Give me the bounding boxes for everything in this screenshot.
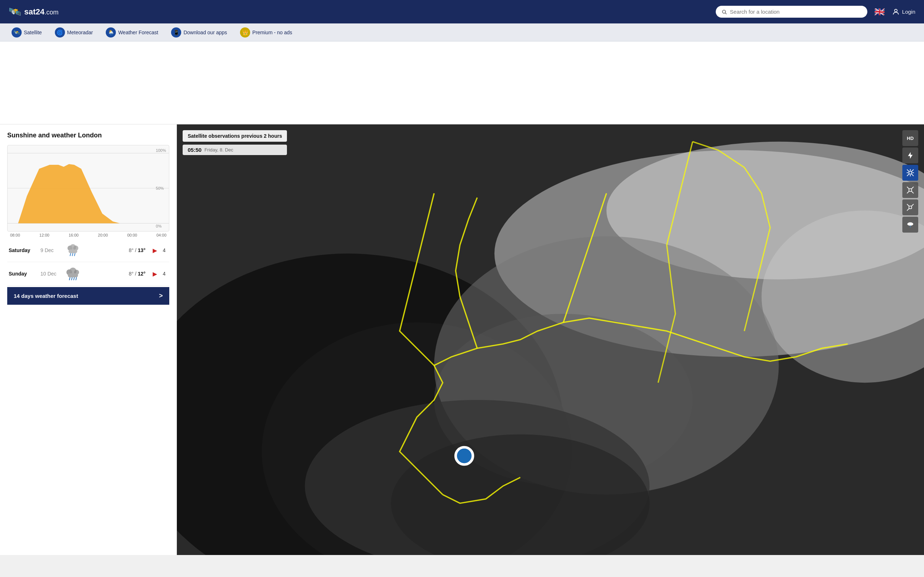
download-apps-nav-label: Download our apps (183, 29, 227, 35)
svg-line-47 (907, 204, 909, 206)
satellite-ir-button[interactable] (902, 182, 918, 198)
14-days-forecast-button[interactable]: 14 days weather forecast > (7, 287, 169, 305)
svg-point-51 (908, 222, 914, 226)
forecast-icon-saturday (65, 242, 81, 258)
satellite-rain-button[interactable] (902, 217, 918, 233)
site-logo[interactable]: 🛰️ sat24.com (9, 6, 58, 18)
svg-line-35 (907, 174, 909, 176)
forecast-icon-sunday (65, 266, 81, 282)
sidebar-item-weather-forecast[interactable]: 🌦️ Weather Forecast (100, 24, 164, 40)
svg-line-10 (70, 253, 71, 256)
search-bar[interactable] (716, 6, 867, 18)
svg-line-36 (912, 174, 914, 176)
sunshine-chart: 100% 50% 0% (7, 145, 169, 232)
forecast-temps-sunday: 8° / 12° (129, 271, 145, 277)
svg-line-12 (74, 253, 75, 256)
meteoradar-nav-label: Meteoradar (67, 29, 93, 35)
weather-forecast-nav-icon: 🌦️ (106, 27, 116, 37)
satellite-nav-label: Satellite (24, 29, 42, 35)
forecast-btn-arrow: > (159, 292, 163, 300)
left-panel: Sunshine and weather London 100% 50% 0% … (0, 124, 177, 555)
forecast-btn-label: 14 days weather forecast (14, 293, 78, 299)
wind-icon-sunday: ▶ (153, 271, 157, 277)
map-time: 05:50 (188, 147, 201, 153)
svg-marker-32 (908, 152, 913, 159)
svg-rect-16 (68, 273, 78, 277)
svg-rect-50 (909, 206, 911, 208)
svg-rect-46 (909, 189, 911, 191)
user-icon (892, 8, 900, 16)
svg-rect-37 (909, 171, 911, 174)
sidebar-item-satellite[interactable]: 🛰️ Satellite (6, 24, 48, 40)
svg-line-42 (907, 187, 909, 189)
svg-point-0 (723, 10, 726, 13)
satellite-map[interactable]: Satellite observations previous 2 hours … (177, 124, 924, 555)
hd-button[interactable]: HD (902, 130, 918, 146)
svg-line-34 (912, 169, 914, 172)
map-date: Friday, 8. Dec (204, 147, 233, 153)
svg-line-11 (72, 253, 73, 256)
navbar: 🛰️ Satellite 🌀 Meteoradar 🌦️ Weather For… (0, 23, 924, 42)
satellite-observations-badge: Satellite observations previous 2 hours (183, 130, 287, 142)
chart-y-labels: 100% 50% 0% (156, 145, 166, 231)
map-svg (177, 124, 924, 555)
wind-icon-saturday: ▶ (153, 247, 157, 254)
site-header: 🛰️ sat24.com 🇬🇧 Login (0, 0, 924, 23)
login-button[interactable]: Login (892, 8, 915, 16)
premium-nav-icon: 👑 (240, 27, 250, 37)
svg-line-20 (76, 277, 76, 280)
svg-rect-9 (69, 250, 77, 253)
weather-forecast-nav-label: Weather Forecast (118, 29, 158, 35)
meteoradar-nav-icon: 🌀 (55, 27, 65, 37)
forecast-temps-saturday: 8° / 13° (129, 247, 145, 253)
chart-svg (8, 145, 169, 231)
advertisement-area (0, 42, 924, 124)
map-overlay: Satellite observations previous 2 hours … (183, 130, 287, 155)
svg-line-33 (907, 169, 909, 172)
sidebar-item-meteoradar[interactable]: 🌀 Meteoradar (49, 24, 99, 40)
svg-line-18 (71, 277, 72, 280)
main-content: Sunshine and weather London 100% 50% 0% … (0, 124, 924, 555)
svg-point-31 (456, 447, 473, 464)
logo-text: sat24.com (24, 7, 58, 16)
svg-line-43 (912, 187, 914, 189)
lightning-button[interactable] (902, 148, 918, 163)
search-input[interactable] (730, 9, 861, 15)
flag-icon[interactable]: 🇬🇧 (873, 5, 886, 18)
svg-line-45 (912, 192, 914, 193)
sidebar-item-download-apps[interactable]: 📱 Download our apps (165, 24, 233, 40)
logo-icon: 🛰️ (9, 6, 21, 18)
svg-line-44 (907, 192, 909, 193)
svg-line-48 (912, 204, 914, 206)
forecast-row-sunday: Sunday 10 Dec 8° / 12° ▶ 4 (7, 262, 169, 285)
satellite-nav-icon: 🛰️ (11, 27, 22, 37)
premium-nav-label: Premium - no ads (252, 29, 292, 35)
satellite-vis-button[interactable] (902, 165, 918, 181)
svg-line-17 (69, 277, 70, 280)
chart-x-labels: 08:00 12:00 16:00 20:00 00:00 04:00 (7, 232, 169, 239)
svg-line-19 (74, 277, 74, 280)
svg-line-1 (725, 13, 727, 14)
forecast-row-saturday: Saturday 9 Dec 8° / 13° ▶ 4 (7, 239, 169, 262)
map-controls: HD (902, 130, 918, 233)
download-apps-nav-icon: 📱 (171, 27, 181, 37)
search-icon (722, 9, 727, 15)
svg-point-2 (895, 9, 897, 11)
svg-line-49 (907, 209, 909, 211)
time-badge: 05:50 Friday, 8. Dec (183, 145, 287, 155)
sidebar-item-premium[interactable]: 👑 Premium - no ads (234, 24, 298, 40)
satellite-4a-button[interactable] (902, 200, 918, 215)
panel-title: Sunshine and weather London (7, 132, 169, 139)
